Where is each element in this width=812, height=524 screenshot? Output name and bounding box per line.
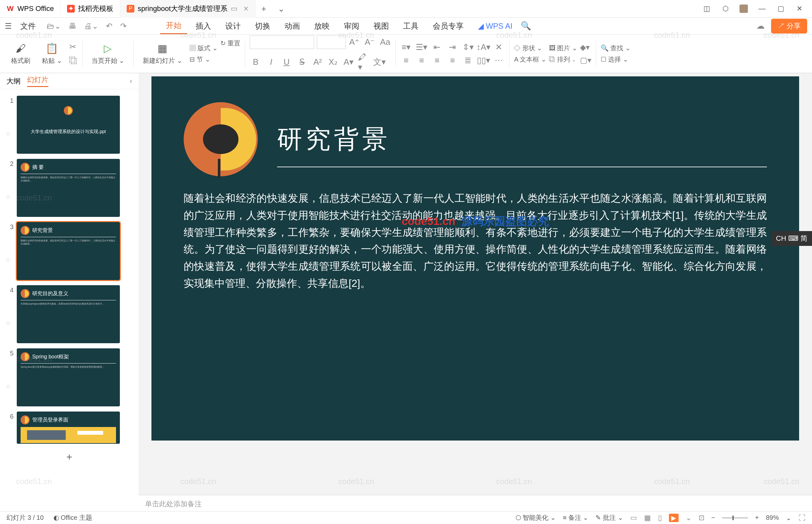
notes-placeholder[interactable]: 单击此处添加备注	[138, 495, 812, 511]
thumbnail-row[interactable]: 6 管理员登录界面	[0, 409, 138, 446]
collapse-panel-icon[interactable]: ‹	[130, 77, 132, 85]
ribbon-format-brush[interactable]: 🖌 格式刷	[6, 43, 35, 65]
thumbnail-selected[interactable]: 研究背景 随着社会和经济的快速发展，信息技术已经迈入了新一代人工智能时代，人类的…	[17, 222, 120, 280]
star-icon[interactable]: ☆	[5, 304, 12, 327]
shape-fill-icon[interactable]: ◆▾	[580, 43, 591, 52]
thumbnail-row[interactable]: 5 ☆ Spring boot框架 Spring Boot是开发者和Spring…	[0, 346, 138, 409]
ribbon-image[interactable]: 🖼 图片 ⌄	[549, 44, 577, 52]
subscript-icon[interactable]: X₂	[327, 52, 339, 72]
thumbnail[interactable]: 摘 要 随着社会和经济的快速发展，信息技术已经迈入了新一代人工智能时代，人类的生…	[17, 159, 120, 217]
menu-member[interactable]: 会员专享	[427, 18, 469, 34]
fit-icon[interactable]: ⊡	[699, 514, 705, 522]
star-icon[interactable]: ☆	[5, 177, 12, 200]
font-size-select[interactable]	[317, 35, 346, 49]
ribbon-section[interactable]: ⊟ 节 ⌄	[189, 55, 218, 64]
superscript-icon[interactable]: A²	[312, 52, 323, 72]
zoom-slider[interactable]	[722, 517, 748, 519]
fullscreen-icon[interactable]: ⛶	[798, 514, 806, 522]
bold-icon[interactable]: B	[250, 52, 261, 72]
thumbnail[interactable]: 管理员登录界面	[17, 411, 120, 444]
italic-icon[interactable]: I	[265, 52, 277, 72]
slide-canvas[interactable]: 研究背景 随着社会和经济的快速发展，信息技术已经迈入了新一代人工智能时代，人类的…	[151, 76, 799, 441]
redo-icon[interactable]: ↷	[118, 21, 129, 31]
align-left-icon[interactable]: ≡	[400, 55, 412, 65]
ribbon-textbox[interactable]: A 文本框 ⌄	[514, 55, 546, 64]
thumbnail-row[interactable]: 4 ☆ 研究目的及意义 本系统以springboot架构技术为基础，采用Java…	[0, 283, 138, 346]
window-app-icon[interactable]: ◫	[702, 4, 711, 13]
zoom-value[interactable]: 89%	[766, 514, 779, 521]
hamburger-icon[interactable]: ☰	[5, 21, 12, 31]
menu-wps-ai[interactable]: ◢ WPS AI	[472, 19, 518, 33]
star-icon[interactable]: ☆	[5, 241, 12, 264]
zoom-dropdown[interactable]: ⌄	[786, 514, 791, 522]
menu-design[interactable]: 设计	[219, 18, 247, 34]
slideshow-button[interactable]: ▶	[669, 514, 679, 522]
text-direction-icon[interactable]: ↕A▾	[478, 42, 489, 52]
thumbnail[interactable]: Spring boot框架 Spring Boot是开发者和Spring本身框架…	[17, 348, 120, 406]
tab-template[interactable]: ✦ 找稻壳模板	[61, 0, 120, 18]
shape-outline-icon[interactable]: ▢▾	[580, 56, 591, 65]
tab-wps-office[interactable]: W WPS Office	[0, 0, 61, 18]
bullets-icon[interactable]: ≡▾	[400, 42, 412, 52]
menu-start[interactable]: 开始	[160, 18, 187, 34]
window-cube-icon[interactable]: ⬡	[721, 4, 730, 13]
new-tab-button[interactable]: +	[255, 4, 272, 14]
menu-transition[interactable]: 切换	[249, 18, 276, 34]
menu-review[interactable]: 审阅	[338, 18, 365, 34]
cloud-icon[interactable]: ☁	[756, 21, 765, 31]
align-center-icon[interactable]: ≡	[416, 55, 427, 65]
star-icon[interactable]: ☆	[5, 114, 12, 137]
numbering-icon[interactable]: ☰▾	[416, 42, 427, 52]
maximize-icon[interactable]: ▢	[776, 4, 785, 13]
ribbon-from-current[interactable]: ▷ 当页开始 ⌄	[87, 42, 129, 65]
tab-dropdown[interactable]: ⌄	[272, 4, 291, 14]
thumbnail-row[interactable]: 1 ☆ 大学生成绩管理系统的设计与实现.ppt	[0, 93, 138, 156]
save-icon[interactable]: 🖶	[66, 21, 79, 31]
distribute-icon[interactable]: ≣	[462, 55, 474, 65]
share-button[interactable]: ↗ 分享	[771, 19, 807, 33]
view-sorter-icon[interactable]: ▦	[644, 514, 651, 522]
thumbnail[interactable]: 大学生成绩管理系统的设计与实现.ppt	[17, 96, 120, 154]
tab-document[interactable]: P springboot大学生成绩管理系 ▭ ✕	[120, 0, 255, 18]
thumbnail-list[interactable]: 1 ☆ 大学生成绩管理系统的设计与实现.ppt 2 ☆ 摘 要 随着社会和经济的…	[0, 89, 138, 511]
cut-icon[interactable]: ✂	[69, 42, 78, 52]
strikethrough-icon[interactable]: S̶	[296, 52, 308, 72]
close-icon[interactable]: ✕	[243, 5, 249, 13]
view-reading-icon[interactable]: ▯	[658, 514, 662, 522]
ribbon-shape[interactable]: ◇ 形状 ⌄	[514, 44, 546, 52]
ribbon-new-slide[interactable]: ▦ 新建幻灯片 ⌄	[138, 42, 187, 65]
align-right-icon[interactable]: ≡	[431, 55, 443, 65]
zoom-out-icon[interactable]: −	[711, 514, 715, 521]
close-window-icon[interactable]: ✕	[795, 4, 804, 13]
highlight-icon[interactable]: 🖍▾	[358, 52, 369, 72]
zoom-in-icon[interactable]: +	[755, 514, 759, 521]
menu-tools[interactable]: 工具	[397, 18, 424, 34]
print-icon[interactable]: 🖨⌄	[82, 21, 101, 31]
align-justify-icon[interactable]: ≡	[447, 55, 458, 65]
ribbon-layout[interactable]: ▥ 版式 ⌄	[189, 44, 218, 52]
copy-icon[interactable]: ⿻	[69, 56, 78, 66]
increase-indent-icon[interactable]: ⇥	[447, 42, 458, 52]
status-beautify[interactable]: ⬡ 智能美化 ⌄	[516, 513, 556, 522]
thumbnail-row[interactable]: 2 ☆ 摘 要 随着社会和经济的快速发展，信息技术已经迈入了新一代人工智能时代，…	[0, 156, 138, 219]
menu-slideshow[interactable]: 放映	[308, 18, 335, 34]
avatar-icon[interactable]	[740, 4, 748, 13]
present-icon[interactable]: ▭	[231, 4, 237, 13]
more-para-icon[interactable]: ⋯	[493, 55, 504, 65]
undo-icon[interactable]: ↶	[103, 21, 115, 31]
clear-format-icon[interactable]: ✕	[493, 42, 504, 52]
ribbon-arrange[interactable]: ⿻ 排列 ⌄	[549, 55, 577, 64]
underline-icon[interactable]: U	[281, 52, 292, 72]
open-icon[interactable]: 🗁⌄	[44, 21, 64, 31]
menu-file[interactable]: 文件	[15, 18, 42, 34]
add-slide-button[interactable]: +	[0, 446, 138, 468]
line-spacing-icon[interactable]: ⇕▾	[462, 42, 474, 52]
text-vertical-icon[interactable]: 文▾	[374, 52, 385, 72]
ribbon-reset[interactable]: ↻ 重置	[220, 39, 241, 48]
thumbnail[interactable]: 研究目的及意义 本系统以springboot架构技术为基础，采用Java语言和M…	[17, 285, 120, 343]
thumbnail-row[interactable]: 3 ☆ 研究背景 随着社会和经济的快速发展，信息技术已经迈入了新一代人工智能时代…	[0, 219, 138, 283]
menu-insert[interactable]: 插入	[190, 18, 217, 34]
ribbon-select[interactable]: ☐ 选择 ⌄	[601, 55, 631, 64]
tab-slides[interactable]: 幻灯片	[27, 75, 48, 87]
decrease-font-icon[interactable]: A⁻	[364, 35, 376, 49]
